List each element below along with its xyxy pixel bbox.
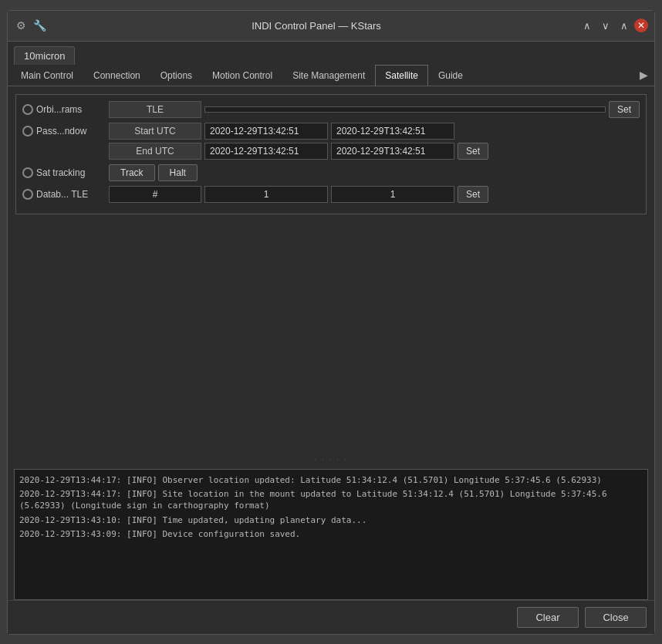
pass-end-label: End UTC xyxy=(109,143,201,160)
pass-start-input1[interactable] xyxy=(204,123,328,140)
log-line: 2020-12-29T13:44:17: [INFO] Site locatio… xyxy=(19,488,643,512)
tab-main-control[interactable]: Main Control xyxy=(11,65,83,86)
log-line: 2020-12-29T13:44:17: [INFO] Observer loc… xyxy=(19,474,643,486)
tab-satellite[interactable]: Satellite xyxy=(375,65,428,86)
datab-radio[interactable] xyxy=(22,189,33,200)
log-area[interactable]: 2020-12-29T13:44:17: [INFO] Observer loc… xyxy=(14,469,648,600)
log-line: 2020-12-29T13:43:10: [INFO] Time updated… xyxy=(19,514,643,526)
titlebar: ⚙ 🔧 INDI Control Panel — KStars ∧ ∨ ∧ ✕ xyxy=(8,11,654,42)
bottom-bar: Clear Close xyxy=(8,600,654,634)
orbi-input[interactable] xyxy=(204,106,606,113)
pass-end-input1[interactable] xyxy=(204,143,328,160)
tab-guide[interactable]: Guide xyxy=(428,65,473,86)
close-button[interactable]: ✕ xyxy=(634,19,648,32)
restore-button[interactable]: ∨ xyxy=(597,17,614,34)
track-button[interactable]: Track xyxy=(109,164,155,181)
orbi-radio[interactable] xyxy=(22,104,33,115)
content-area: Orbi...rams TLE Set Pass...ndow Start UT… xyxy=(8,86,654,453)
datab-set-button[interactable]: Set xyxy=(458,186,488,203)
maximize-button[interactable]: ∧ xyxy=(616,17,633,34)
tracking-label: Sat tracking xyxy=(36,167,106,178)
tracking-row: Sat tracking Track Halt xyxy=(22,164,640,181)
device-tab-10micron[interactable]: 10micron xyxy=(14,46,75,65)
datab-label: Datab... TLE xyxy=(36,189,106,200)
datab-input1[interactable] xyxy=(204,186,328,203)
tab-site-management[interactable]: Site Management xyxy=(282,65,375,86)
pass-start-label: Start UTC xyxy=(109,123,201,140)
pass-end-row: End UTC Set xyxy=(22,143,640,160)
clear-button[interactable]: Clear xyxy=(517,607,579,628)
app-icon2: 🔧 xyxy=(32,19,46,32)
pass-start-row: Pass...ndow Start UTC Set xyxy=(22,123,640,140)
pass-start-input2[interactable] xyxy=(331,123,454,140)
main-window: ⚙ 🔧 INDI Control Panel — KStars ∧ ∨ ∧ ✕ … xyxy=(7,10,655,635)
titlebar-controls: ∧ ∨ ∧ ✕ xyxy=(579,17,648,34)
tabs-bar: Main Control Connection Options Motion C… xyxy=(8,65,654,86)
datab-hash: # xyxy=(109,186,201,203)
log-line: 2020-12-29T13:43:09: [INFO] Device confi… xyxy=(19,528,643,540)
pass-radio[interactable] xyxy=(22,126,33,137)
datab-row: Datab... TLE # Set xyxy=(22,186,640,203)
device-tabs: 10micron xyxy=(8,42,654,65)
drag-handle: · · · · · xyxy=(8,453,654,466)
orbi-set-button[interactable]: Set xyxy=(609,101,640,118)
tracking-radio[interactable] xyxy=(22,167,33,178)
tab-options[interactable]: Options xyxy=(150,65,202,86)
datab-input2[interactable] xyxy=(331,186,454,203)
tab-scroll-arrow[interactable]: ▶ xyxy=(636,65,651,85)
orbi-field-label: TLE xyxy=(109,101,201,118)
tab-connection[interactable]: Connection xyxy=(83,65,150,86)
tab-motion-control[interactable]: Motion Control xyxy=(202,65,282,86)
close-button-footer[interactable]: Close xyxy=(585,607,647,628)
pass-end-input2[interactable] xyxy=(331,143,454,160)
orbi-row: Orbi...rams TLE Set xyxy=(22,101,640,118)
halt-button[interactable]: Halt xyxy=(158,164,198,181)
window-title: INDI Control Panel — KStars xyxy=(54,20,579,32)
pass-section: Pass...ndow Start UTC Set End UTC Set xyxy=(22,123,640,160)
satellite-panel: Orbi...rams TLE Set Pass...ndow Start UT… xyxy=(15,94,647,214)
minimize-button[interactable]: ∧ xyxy=(579,17,596,34)
pass-end-set-button[interactable]: Set xyxy=(458,143,488,160)
app-icon1: ⚙ xyxy=(14,19,28,32)
pass-label: Pass...ndow xyxy=(36,126,106,137)
titlebar-left-icons: ⚙ 🔧 xyxy=(14,19,46,32)
orbi-label: Orbi...rams xyxy=(36,104,106,115)
